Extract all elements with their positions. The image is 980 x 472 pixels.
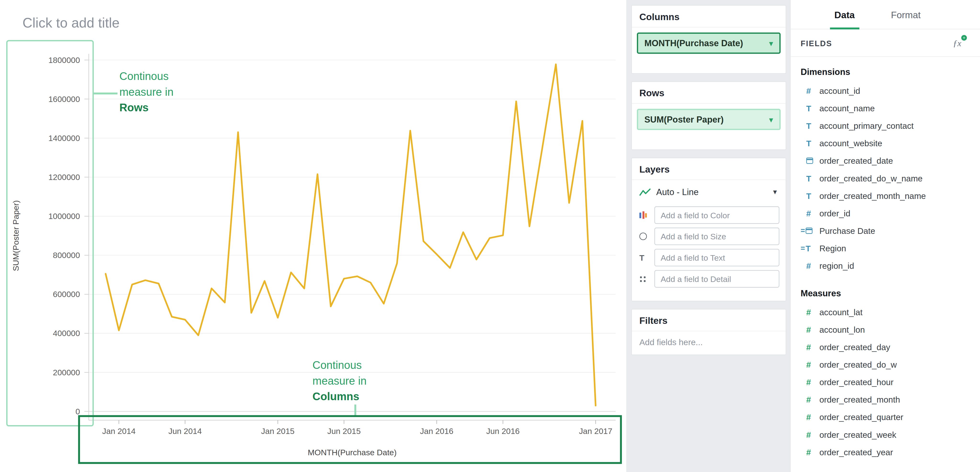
mark-type-label: Auto - Line <box>656 187 773 197</box>
number-hash-icon: # <box>806 377 811 387</box>
measure-field-order_created_day[interactable]: #order_created_day <box>800 338 970 356</box>
calendar-icon <box>806 158 813 164</box>
field-name: order_created_do_w_name <box>819 174 923 183</box>
text-field-well[interactable]: Add a field to Text <box>654 249 779 266</box>
line-chart-icon <box>639 188 651 196</box>
field-name: order_created_hour <box>819 377 894 387</box>
columns-note-emphasis: Columns <box>312 389 366 405</box>
field-name: order_created_date <box>819 156 893 166</box>
columns-annotation-connector <box>354 405 356 416</box>
calculated-field-equals-icon: = <box>800 244 805 253</box>
rows-annotation-box <box>6 40 94 426</box>
detail-icon <box>639 276 654 282</box>
chevron-down-icon[interactable]: ▾ <box>773 188 777 196</box>
field-icon-group: # <box>800 261 819 271</box>
columns-note-line: Continous <box>312 357 366 373</box>
tab-format[interactable]: Format <box>891 0 921 29</box>
measure-field-account_lon[interactable]: #account_lon <box>800 321 970 338</box>
dimension-field-order_created_do_w_name[interactable]: Torder_created_do_w_name <box>800 169 970 187</box>
layers-card: Layers Auto - Line ▾ Add a field to Colo… <box>631 158 786 301</box>
measures-list: #account_lat#account_lon#order_created_d… <box>800 303 970 461</box>
dimension-field-order_id[interactable]: #order_id <box>800 204 970 222</box>
field-icon-group: # <box>800 377 819 387</box>
number-hash-icon: # <box>806 86 811 95</box>
calculated-field-equals-icon: = <box>800 226 805 235</box>
field-name: account_id <box>819 86 861 95</box>
text-type-icon: T <box>806 191 811 200</box>
field-name: order_created_year <box>819 447 893 457</box>
measure-field-order_created_week[interactable]: #order_created_week <box>800 426 970 443</box>
dimension-field-Purchase Date[interactable]: =Purchase Date <box>800 222 970 239</box>
color-field-well[interactable]: Add a field to Color <box>654 206 779 224</box>
filters-header: Filters <box>632 309 786 331</box>
field-icon-group <box>800 158 819 164</box>
field-name: order_created_quarter <box>819 412 904 422</box>
chevron-down-icon[interactable]: ▾ <box>769 38 773 48</box>
mark-type-selector[interactable]: Auto - Line ▾ <box>632 180 786 203</box>
plus-badge-icon: + <box>961 35 967 41</box>
number-hash-icon: # <box>806 395 811 404</box>
columns-pill[interactable]: MONTH(Purchase Date) ▾ <box>637 33 781 54</box>
detail-field-well[interactable]: Add a field to Detail <box>654 270 779 287</box>
text-well-placeholder: Add a field to Text <box>660 253 725 262</box>
rows-shelf-card: Rows SUM(Poster Paper) ▾ <box>631 81 786 150</box>
field-icon-group: # <box>800 86 819 95</box>
text-type-icon: T <box>806 104 811 113</box>
field-name: order_id <box>819 209 850 218</box>
layers-header: Layers <box>632 158 786 180</box>
field-icon-group: = <box>800 226 819 235</box>
rows-annotation-connector <box>94 92 118 94</box>
field-icon-group: # <box>800 342 819 352</box>
dimensions-list: #account_idTaccount_nameTaccount_primary… <box>800 82 970 274</box>
panel-tabs: Data Format <box>791 0 980 29</box>
text-well-row: T Add a field to Text <box>632 249 786 266</box>
columns-annotation-box <box>78 415 622 464</box>
text-type-icon: T <box>806 174 811 183</box>
color-well-placeholder: Add a field to Color <box>660 210 730 220</box>
measure-field-order_created_do_w[interactable]: #order_created_do_w <box>800 356 970 373</box>
tab-data[interactable]: Data <box>834 0 854 29</box>
dimension-field-order_created_month_name[interactable]: Torder_created_month_name <box>800 187 970 204</box>
rows-note-line: measure in <box>119 85 173 100</box>
number-hash-icon: # <box>806 307 811 317</box>
dimension-field-account_name[interactable]: Taccount_name <box>800 99 970 117</box>
shelves-panel: Columns MONTH(Purchase Date) ▾ Rows SUM(… <box>626 0 790 472</box>
text-type-icon: T <box>806 243 811 253</box>
add-calculated-field-icon[interactable]: ƒx+ <box>953 39 961 49</box>
dimension-field-order_created_date[interactable]: order_created_date <box>800 152 970 169</box>
data-panel: Data Format FIELDS ƒx+ Dimensions #accou… <box>790 0 980 472</box>
dimension-field-account_primary_contact[interactable]: Taccount_primary_contact <box>800 117 970 134</box>
field-name: account_lon <box>819 325 865 334</box>
field-name: order_created_day <box>819 342 890 352</box>
dimension-field-Region[interactable]: =TRegion <box>800 239 970 257</box>
field-name: order_created_do_w <box>819 360 897 369</box>
dimension-field-account_website[interactable]: Taccount_website <box>800 134 970 152</box>
size-field-well[interactable]: Add a field to Size <box>654 228 779 245</box>
field-icon-group: # <box>800 430 819 439</box>
dimensions-label: Dimensions <box>800 67 970 77</box>
dimension-field-account_id[interactable]: #account_id <box>800 82 970 99</box>
field-icon-group: T <box>800 104 819 113</box>
field-icon-group: # <box>800 447 819 457</box>
chevron-down-icon[interactable]: ▾ <box>769 115 773 124</box>
text-type-icon: T <box>806 121 811 130</box>
measure-field-order_created_quarter[interactable]: #order_created_quarter <box>800 408 970 426</box>
field-name: region_id <box>819 261 854 271</box>
app-window: Click to add title 020000040000060000080… <box>0 0 980 472</box>
measure-field-account_lat[interactable]: #account_lat <box>800 303 970 321</box>
number-hash-icon: # <box>806 342 811 352</box>
rows-pill-label: SUM(Poster Paper) <box>644 115 724 124</box>
field-icon-group: # <box>800 395 819 404</box>
field-name: order_created_month <box>819 395 900 404</box>
measure-field-order_created_month[interactable]: #order_created_month <box>800 391 970 408</box>
filters-card: Filters Add fields here... <box>631 309 786 355</box>
field-icon-group: T <box>800 174 819 183</box>
measure-field-order_created_hour[interactable]: #order_created_hour <box>800 373 970 391</box>
measure-field-order_created_year[interactable]: #order_created_year <box>800 443 970 461</box>
filters-drop-zone[interactable]: Add fields here... <box>632 331 786 353</box>
rows-pill[interactable]: SUM(Poster Paper) ▾ <box>637 109 781 130</box>
dimension-field-region_id[interactable]: #region_id <box>800 257 970 274</box>
text-icon: T <box>639 253 654 262</box>
size-icon <box>639 233 654 240</box>
field-icon-group: # <box>800 360 819 369</box>
